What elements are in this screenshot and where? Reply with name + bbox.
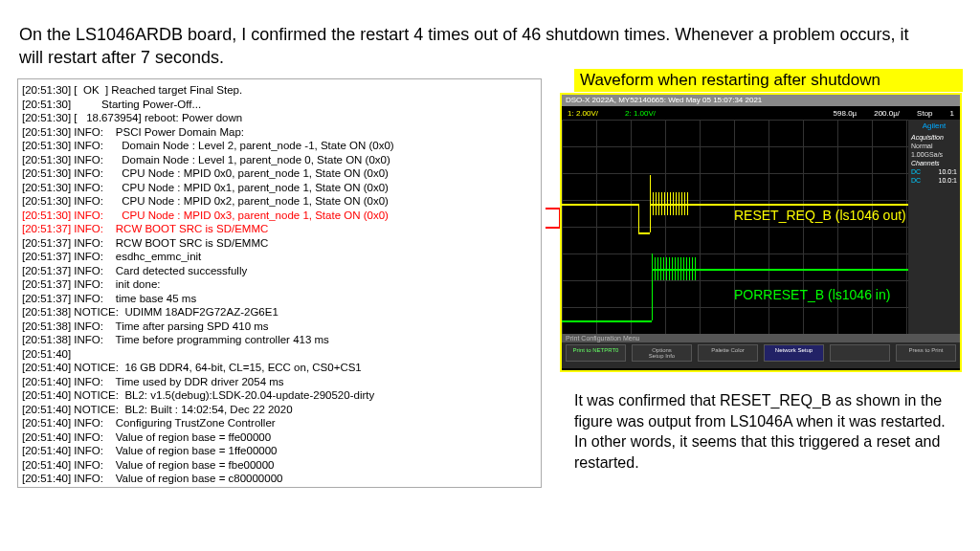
- scope-menu-button: Press to Print: [896, 344, 956, 362]
- log-line: [20:51:37] INFO: RCW BOOT SRC is SD/EMMC: [22, 236, 537, 251]
- log-line: [20:51:30] [ OK ] Reached target Final S…: [22, 83, 537, 98]
- log-line: [20:51:40] INFO: Value of region base = …: [22, 444, 537, 458]
- dc2-label: DC: [911, 177, 921, 184]
- log-line: [20:51:40] NOTICE: BL2: v1.5(debug):LSDK…: [22, 388, 537, 403]
- time-gap-bracket: [546, 208, 561, 229]
- log-line: [20:51:37] INFO: init done:: [22, 277, 537, 292]
- log-line: [20:51:30] INFO: Domain Node : Level 2, …: [22, 139, 537, 153]
- log-line: [20:51:40]: [22, 347, 537, 362]
- log-line: [20:51:40] INFO: Value of region base = …: [22, 472, 537, 486]
- waveform-title: Waveform when restarting after shutdown: [574, 69, 963, 92]
- log-line: [20:51:30] INFO: CPU Node : MPID 0x2, pa…: [22, 194, 537, 209]
- log-line: [20:51:40] INFO: Value of region base = …: [22, 430, 537, 445]
- signal-label-reset-req: RESET_REQ_B (ls1046 out): [734, 208, 906, 223]
- time-offset: 598.0µ: [834, 109, 858, 118]
- log-line: [20:51:40] INFO: Value of region base = …: [22, 458, 537, 473]
- oscilloscope-screenshot: DSO-X 2022A, MY52140665: Wed May 05 15:0…: [560, 93, 962, 372]
- scope-bottom-menu: Print Configuration Menu Print to NETPRT…: [562, 334, 960, 368]
- log-line: [20:51:30] INFO: Domain Node : Level 1, …: [22, 153, 537, 167]
- log-line: [20:51:38] INFO: Time after parsing SPD …: [22, 320, 537, 334]
- dc1-label: DC: [911, 168, 921, 175]
- acq-rate: 1.00GSa/s: [911, 151, 957, 158]
- channels-header: Channels: [911, 160, 957, 166]
- scope-params: 1: 2.00V/ 2: 1.00V/ 598.0µ 200.0µ/ Stop …: [562, 106, 960, 120]
- log-line: [20:51:37] INFO: Card detected successfu…: [22, 264, 537, 278]
- log-line: [20:51:30] INFO: PSCI Power Domain Map:: [22, 125, 537, 140]
- log-line: [20:51:38] INFO: Time before programming…: [22, 333, 537, 347]
- log-line: [20:51:40] INFO: BL2: Doing platform set…: [22, 486, 537, 489]
- ch1-vdiv: 1: 2.00V/: [568, 109, 598, 118]
- scope-menu-title: Print Configuration Menu: [562, 334, 960, 342]
- acq-mode: Normal: [911, 143, 957, 149]
- log-line: [20:51:37] INFO: esdhc_emmc_init: [22, 250, 537, 264]
- log-line: [20:51:30] INFO: CPU Node : MPID 0x3, pa…: [22, 209, 537, 223]
- log-line: [20:51:30] [ 18.673954] reboot: Power do…: [22, 111, 537, 125]
- scope-header: DSO-X 2022A, MY52140665: Wed May 05 15:0…: [562, 95, 960, 106]
- log-line: [20:51:40] INFO: Configuring TrustZone C…: [22, 416, 537, 430]
- log-line: [20:51:37] INFO: RCW BOOT SRC is SD/EMMC: [22, 222, 537, 236]
- scope-brand: Agilent: [911, 121, 957, 130]
- log-line: [20:51:37] INFO: time base 45 ms: [22, 292, 537, 306]
- run-state: Stop: [917, 109, 932, 118]
- dc1-value: 10.0:1: [939, 168, 957, 175]
- log-line: [20:51:40] INFO: Time used by DDR driver…: [22, 375, 537, 389]
- scope-menu-button: Palette Color: [698, 344, 758, 362]
- scope-plot: RESET_REQ_B (ls1046 out) PORRESET_B (ls1…: [562, 120, 908, 334]
- log-line: [20:51:30] INFO: CPU Node : MPID 0x1, pa…: [22, 181, 537, 195]
- trig-src: 1: [950, 109, 954, 118]
- log-line: [20:51:40] NOTICE: BL2: Built : 14:02:54…: [22, 403, 537, 417]
- log-line: [20:51:30] INFO: CPU Node : MPID 0x0, pa…: [22, 166, 537, 181]
- log-line: [20:51:38] NOTICE: UDIMM 18ADF2G72AZ-2G6…: [22, 305, 537, 320]
- intro-text: On the LS1046ARDB board, I confirmed the…: [19, 23, 919, 70]
- scope-side-panel: Agilent Acquisition Normal 1.00GSa/s Cha…: [908, 120, 960, 334]
- dc2-value: 10.0:1: [939, 177, 957, 184]
- log-line: [20:51:40] NOTICE: 16 GB DDR4, 64-bit, C…: [22, 361, 537, 375]
- scope-menu-button: OptionsSetup Info: [632, 344, 692, 362]
- signal-label-porreset: PORRESET_B (ls1046 in): [734, 287, 890, 302]
- acq-header: Acquisition: [911, 134, 957, 141]
- scope-menu-button: Network Setup: [764, 344, 824, 362]
- scope-menu-button: Print to NETPRT0: [566, 344, 626, 362]
- time-div: 200.0µ/: [874, 109, 900, 118]
- analysis-text: It was confirmed that RESET_REQ_B as sho…: [574, 390, 957, 473]
- ch2-vdiv: 2: 1.00V/: [625, 109, 656, 118]
- log-line: [20:51:30] Starting Power-Off...: [22, 98, 537, 112]
- scope-menu-button: [830, 344, 890, 362]
- console-log: [20:51:30] [ OK ] Reached target Final S…: [17, 78, 542, 488]
